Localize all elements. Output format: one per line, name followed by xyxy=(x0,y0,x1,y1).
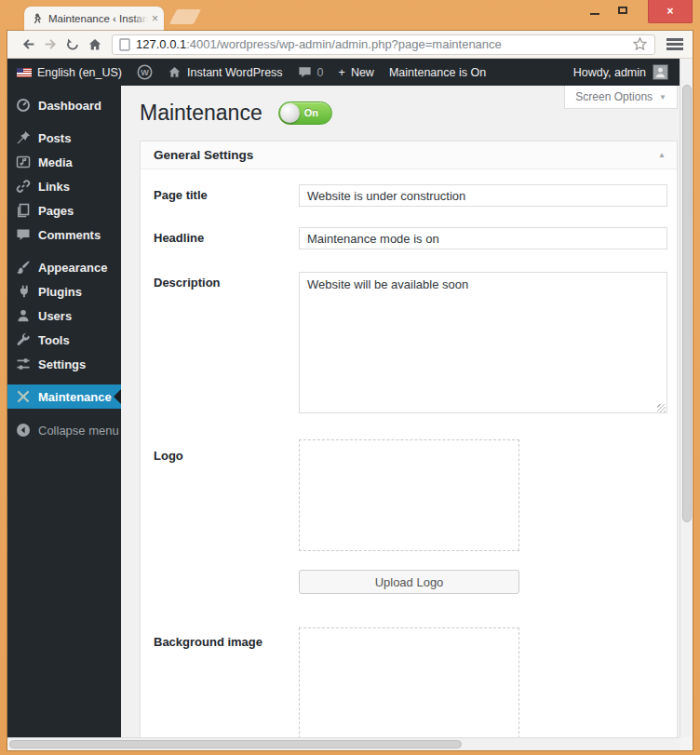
general-settings-panel: General Settings ▲ Page title Headline D… xyxy=(140,141,678,737)
reload-button[interactable] xyxy=(61,34,84,56)
sidebar-item-users[interactable]: Users xyxy=(7,303,121,328)
dashboard-icon xyxy=(16,98,31,113)
home-icon xyxy=(88,37,102,52)
crossed-tools-icon xyxy=(16,389,31,404)
browser-titlebar: Maintenance ‹ Instant Wo × × xyxy=(0,0,700,31)
user-icon xyxy=(16,308,31,323)
sidebar-item-plugins[interactable]: Plugins xyxy=(7,279,121,303)
logo-dropzone[interactable] xyxy=(299,439,519,551)
tab-close-icon[interactable]: × xyxy=(152,13,158,24)
headline-input[interactable] xyxy=(299,227,667,249)
admin-bar-language[interactable]: English (en_US) xyxy=(17,66,122,79)
close-button[interactable]: × xyxy=(648,0,693,23)
sidebar-item-label: Tools xyxy=(38,333,70,347)
address-bar[interactable]: 127.0.0.1:4001/wordpress/wp-admin/admin.… xyxy=(112,34,655,55)
url-text: 127.0.0.1:4001/wordpress/wp-admin/admin.… xyxy=(136,37,632,51)
horizontal-scrollbar[interactable] xyxy=(7,737,680,750)
admin-bar-wp-logo[interactable]: W xyxy=(137,64,153,80)
vertical-scrollbar[interactable] xyxy=(680,59,693,737)
description-textarea[interactable]: Website will be available soon xyxy=(299,272,667,413)
tab-title: Maintenance ‹ Instant Wo xyxy=(48,13,148,24)
sidebar-item-pages[interactable]: Pages xyxy=(7,198,121,222)
sidebar-item-label: Media xyxy=(38,155,73,169)
sliders-icon xyxy=(16,357,31,371)
plug-icon xyxy=(16,284,31,299)
browser-toolbar: 127.0.0.1:4001/wordpress/wp-admin/admin.… xyxy=(7,31,693,59)
home-button[interactable] xyxy=(84,34,106,56)
site-name-label: Instant WordPress xyxy=(187,66,283,79)
svg-text:W: W xyxy=(141,68,149,77)
sidebar-item-maintenance[interactable]: Maintenance xyxy=(7,384,121,409)
sidebar-item-comments[interactable]: Comments xyxy=(7,222,121,247)
background-image-field-label: Background image xyxy=(154,627,299,737)
horizontal-scrollbar-thumb[interactable] xyxy=(9,740,462,748)
comments-count: 0 xyxy=(317,66,324,79)
browser-menu-icon[interactable] xyxy=(666,38,683,50)
avatar xyxy=(653,64,668,80)
collapse-menu-label: Collapse menu xyxy=(38,424,119,438)
sidebar-item-dashboard[interactable]: Dashboard xyxy=(7,93,121,117)
minimize-button[interactable] xyxy=(581,0,609,20)
sidebar-item-links[interactable]: Links xyxy=(7,174,121,198)
admin-bar-site-name[interactable]: Instant WordPress xyxy=(168,65,283,79)
description-field-label: Description xyxy=(154,272,299,417)
forward-icon xyxy=(43,36,59,52)
admin-bar-account[interactable]: Howdy, admin xyxy=(573,64,668,80)
sidebar-item-label: Links xyxy=(38,180,70,194)
wrench-icon xyxy=(16,332,31,347)
sidebar-item-label: Plugins xyxy=(38,285,82,299)
maintenance-status-label: Maintenance is On xyxy=(389,66,486,79)
upload-logo-button[interactable]: Upload Logo xyxy=(299,570,519,594)
collapse-arrow-icon xyxy=(16,423,31,438)
forward-button[interactable] xyxy=(39,34,61,56)
comment-bubble-icon xyxy=(16,227,31,242)
home-icon xyxy=(168,65,182,79)
wordpress-logo-icon: W xyxy=(137,64,153,80)
sidebar-collapse-menu[interactable]: Collapse menu xyxy=(7,418,121,442)
screen-options-button[interactable]: Screen Options ▼ xyxy=(564,86,678,109)
field-row-headline: Headline xyxy=(154,227,667,249)
chevron-down-icon: ▼ xyxy=(659,93,666,101)
tab-favicon xyxy=(31,12,44,25)
pushpin-icon xyxy=(16,130,31,145)
page-icon xyxy=(119,38,130,51)
resize-grip-icon[interactable] xyxy=(657,404,666,412)
url-host: 127.0.0.1 xyxy=(136,37,186,51)
page-title-input[interactable] xyxy=(299,184,667,207)
back-icon xyxy=(20,36,36,52)
sidebar-item-appearance[interactable]: Appearance xyxy=(7,255,121,279)
chevron-up-icon: ▲ xyxy=(658,151,666,159)
sidebar-item-label: Posts xyxy=(38,131,71,145)
sidebar-item-media[interactable]: Media xyxy=(7,150,121,174)
toggle-on-label: On xyxy=(304,107,318,118)
sidebar-item-posts[interactable]: Posts xyxy=(7,126,121,150)
chain-link-icon xyxy=(16,179,31,194)
howdy-label: Howdy, admin xyxy=(573,66,646,79)
browser-viewport: 127.0.0.1:4001/wordpress/wp-admin/admin.… xyxy=(7,31,693,750)
page-title: Maintenance xyxy=(140,101,262,126)
admin-bar-new[interactable]: + New xyxy=(339,66,374,79)
us-flag-icon xyxy=(17,68,32,77)
sidebar-item-label: Comments xyxy=(38,228,101,242)
maximize-button[interactable] xyxy=(609,0,637,20)
toggle-knob xyxy=(280,103,300,123)
admin-bar-comments[interactable]: 0 xyxy=(298,65,324,79)
vertical-scrollbar-thumb[interactable] xyxy=(682,85,692,522)
field-row-page-title: Page title xyxy=(154,184,667,207)
maintenance-toggle[interactable]: On xyxy=(278,101,332,125)
new-tab-button[interactable] xyxy=(169,9,201,24)
sidebar-item-tools[interactable]: Tools xyxy=(7,328,121,352)
admin-bar-maintenance-status[interactable]: Maintenance is On xyxy=(389,66,486,79)
browser-tab[interactable]: Maintenance ‹ Instant Wo × xyxy=(24,7,164,31)
sidebar-item-settings[interactable]: Settings xyxy=(7,352,121,376)
back-button[interactable] xyxy=(17,34,39,56)
panel-body: Page title Headline Description Website … xyxy=(141,169,677,737)
wp-admin-menu: Dashboard Posts Media xyxy=(7,86,121,737)
sidebar-item-label: Dashboard xyxy=(38,99,101,113)
background-image-dropzone[interactable] xyxy=(299,627,519,737)
sidebar-item-label: Settings xyxy=(38,357,86,371)
field-row-background-image: Background image xyxy=(154,627,667,737)
logo-field-label: Logo xyxy=(154,439,299,594)
bookmark-star-icon[interactable] xyxy=(632,36,648,52)
panel-header[interactable]: General Settings ▲ xyxy=(141,142,677,169)
